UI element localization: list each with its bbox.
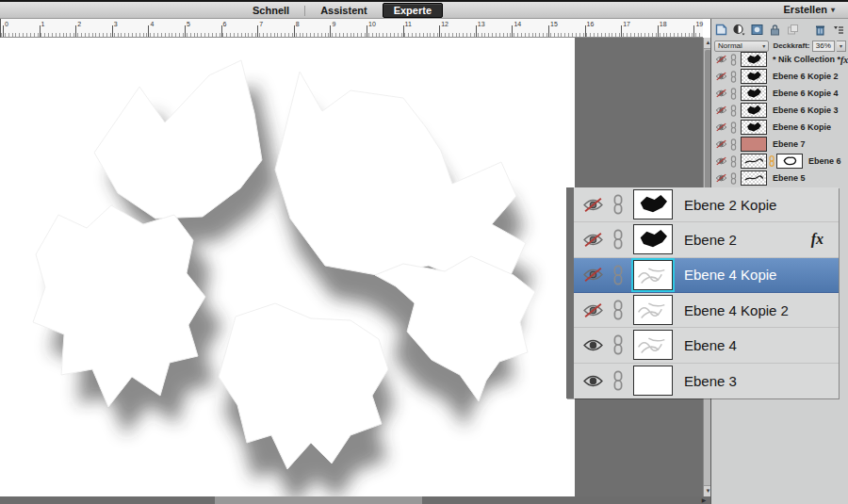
magnified-scrollbar-strip: [566, 187, 574, 398]
fx-badge[interactable]: fx: [840, 55, 848, 65]
layer-name: Ebene 6 Kopie: [773, 122, 831, 132]
layer-thumbnail[interactable]: [633, 330, 673, 360]
lock-icon[interactable]: [769, 24, 781, 36]
layer-row[interactable]: Ebene 7: [711, 136, 848, 153]
layer-row[interactable]: Ebene 2 fx: [574, 222, 839, 257]
layer-row[interactable]: Ebene 6 Kopie 2: [711, 68, 848, 85]
visibility-toggle-eye-icon[interactable]: [582, 337, 604, 353]
document-canvas[interactable]: [0, 38, 575, 496]
layer-name: Ebene 6 Kopie 4: [773, 89, 839, 98]
layer-name: Ebene 7: [773, 139, 806, 149]
layer-thumbnail[interactable]: [741, 120, 767, 135]
layer-mask-thumbnail[interactable]: [776, 154, 803, 169]
visibility-toggle-eye-icon[interactable]: [715, 139, 727, 149]
layer-row[interactable]: Ebene 4: [574, 328, 839, 363]
horizontal-ruler: 012345678910111213141516171819: [0, 19, 703, 38]
trash-icon[interactable]: [814, 24, 826, 36]
layer-thumbnail[interactable]: [741, 171, 767, 186]
visibility-toggle-eye-icon[interactable]: [582, 267, 604, 283]
visibility-toggle-eye-icon[interactable]: [582, 302, 604, 318]
layers-panel-magnified: Ebene 2 Kopie Ebene 2 fx: [566, 187, 839, 398]
visibility-toggle-eye-icon[interactable]: [715, 173, 727, 183]
layer-row[interactable]: Ebene 5: [711, 170, 848, 187]
visibility-toggle-eye-icon[interactable]: [715, 72, 727, 81]
layer-thumbnail[interactable]: [633, 295, 673, 325]
link-icon[interactable]: [730, 138, 737, 151]
layer-row[interactable]: Ebene 6: [711, 153, 848, 170]
link-icon[interactable]: [730, 71, 737, 83]
link-icon[interactable]: [612, 300, 624, 320]
visibility-toggle-eye-icon[interactable]: [715, 122, 727, 132]
layer-row[interactable]: Ebene 4 Kopie: [574, 258, 839, 293]
mask-link-icon[interactable]: [768, 155, 775, 167]
link-icon[interactable]: [612, 194, 624, 215]
ruler-number: 9: [332, 21, 335, 27]
ruler-ticks: 012345678910111213141516171819: [1, 19, 703, 37]
new-layer-icon[interactable]: [715, 24, 727, 36]
visibility-toggle-eye-icon[interactable]: [715, 55, 727, 64]
layer-thumbnail[interactable]: [741, 69, 767, 84]
link-icon[interactable]: [730, 155, 737, 168]
opacity-dropdown-button[interactable]: ▾: [837, 41, 846, 52]
visibility-toggle-eye-icon[interactable]: [582, 232, 604, 248]
ruler-number: 10: [368, 21, 376, 27]
layer-row[interactable]: * Nik Collection * fx: [711, 51, 848, 68]
ruler-number: 0: [5, 21, 8, 27]
layer-thumbnail[interactable]: [633, 366, 673, 396]
visibility-toggle-eye-icon[interactable]: [715, 156, 727, 166]
layer-thumbnail[interactable]: [741, 103, 767, 118]
layer-name: Ebene 3: [684, 373, 737, 389]
layer-thumbnail[interactable]: [741, 86, 767, 101]
layer-row[interactable]: Ebene 3: [574, 364, 839, 398]
duplicate-layer-icon[interactable]: [787, 24, 799, 36]
tab-schnell[interactable]: Schnell: [247, 4, 295, 17]
fx-badge[interactable]: fx: [811, 231, 824, 248]
panel-menu-icon[interactable]: [832, 24, 844, 36]
visibility-toggle-eye-icon[interactable]: [582, 197, 604, 213]
link-icon[interactable]: [730, 105, 737, 117]
ruler-number: 13: [478, 21, 485, 27]
horizontal-scroll-thumb[interactable]: [215, 496, 422, 504]
layer-thumbnail[interactable]: [741, 52, 767, 67]
link-icon[interactable]: [730, 122, 737, 134]
layers-list: * Nik Collection * fx Ebene 6 Kopie 2: [711, 51, 848, 187]
visibility-toggle-eye-icon[interactable]: [582, 373, 604, 389]
layer-thumbnail[interactable]: [741, 137, 767, 152]
layer-mask-icon[interactable]: [751, 24, 763, 36]
layer-row[interactable]: Ebene 6 Kopie 3: [711, 102, 848, 119]
horizontal-scrollbar[interactable]: ▶: [0, 496, 710, 504]
link-icon[interactable]: [612, 334, 624, 355]
layer-name: Ebene 4 Kopie: [684, 267, 776, 283]
layer-thumbnail[interactable]: [633, 189, 673, 219]
ruler-number: 7: [259, 21, 263, 27]
blend-mode-select[interactable]: Normal ▾: [714, 41, 769, 52]
tab-assistent[interactable]: Assistent: [315, 4, 373, 17]
layer-thumbnail[interactable]: [741, 154, 767, 169]
ruler-number: 6: [223, 21, 227, 27]
layer-thumbnail[interactable]: [633, 260, 673, 290]
ruler-number: 17: [623, 21, 630, 27]
layer-row[interactable]: Ebene 6 Kopie 4: [711, 85, 848, 102]
link-icon[interactable]: [612, 370, 624, 391]
layer-row[interactable]: Ebene 4 Kopie 2: [574, 293, 839, 328]
create-menu-button[interactable]: Erstellen ▾: [784, 4, 835, 15]
link-icon[interactable]: [730, 172, 737, 185]
ruler-number: 15: [550, 21, 558, 27]
layer-name: * Nik Collection *: [773, 55, 840, 64]
top-tab-bar: Schnell Assistent Experte Erstellen ▾: [0, 0, 848, 19]
scroll-right-arrow-icon[interactable]: ▶: [699, 496, 709, 504]
layers-panel-toolbar: [711, 19, 848, 38]
link-icon[interactable]: [730, 88, 737, 100]
layer-thumbnail[interactable]: [633, 224, 673, 254]
link-icon[interactable]: [612, 229, 624, 250]
visibility-toggle-eye-icon[interactable]: [715, 106, 727, 115]
tab-experte[interactable]: Experte: [383, 3, 443, 18]
layer-row[interactable]: Ebene 6 Kopie: [711, 119, 848, 136]
chevron-down-icon: ▾: [840, 42, 842, 49]
visibility-toggle-eye-icon[interactable]: [715, 89, 727, 98]
layer-row[interactable]: Ebene 2 Kopie: [574, 187, 839, 222]
link-icon[interactable]: [730, 54, 737, 66]
link-icon[interactable]: [612, 265, 624, 285]
adjustment-layer-icon[interactable]: [733, 24, 745, 36]
opacity-value-field[interactable]: 36%: [812, 41, 835, 52]
